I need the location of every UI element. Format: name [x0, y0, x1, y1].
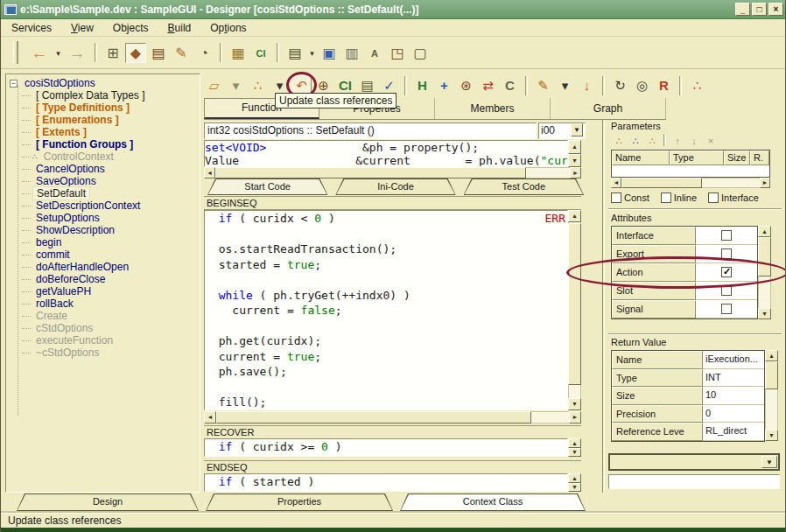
insert-parameter-icon[interactable]: ∴ — [628, 133, 643, 148]
tree-item-saveoptions[interactable]: SaveOptions — [10, 175, 200, 187]
export-code-icon[interactable]: ↓ — [577, 75, 597, 95]
maximize-button[interactable]: □ — [752, 3, 767, 16]
decl-scroll-up-icon[interactable]: ▲ — [568, 140, 581, 154]
param-column-type[interactable]: Type — [670, 150, 724, 165]
tab-design[interactable]: Design — [17, 494, 199, 511]
tree-item-getvalueph[interactable]: getValuePH — [10, 285, 200, 298]
recover-code-editor[interactable]: if ( curidx >= 0 ) — [204, 438, 568, 457]
attributes-vscrollbar[interactable]: ▲ ▼ — [758, 226, 771, 319]
tab-context-class[interactable]: Context Class — [400, 494, 586, 511]
font-icon[interactable]: A — [364, 43, 385, 63]
panel-divider[interactable] — [602, 120, 605, 493]
param-column-name[interactable]: Name — [612, 150, 670, 165]
code-line[interactable]: current = false; — [205, 303, 567, 318]
attributes-vscroll-down-icon[interactable]: ▼ — [758, 308, 771, 319]
refresh-icon[interactable]: ↻ — [610, 75, 630, 95]
import-table-icon[interactable]: ▦ — [228, 43, 249, 63]
tree-expander-icon[interactable]: − — [10, 80, 18, 88]
tab-graph[interactable]: Graph — [551, 98, 666, 119]
recover-scroll-up-icon[interactable]: ▲ — [568, 438, 581, 448]
tab-properties[interactable]: Properties — [206, 494, 393, 511]
tree-item-executefunction[interactable]: executeFunction — [10, 334, 200, 346]
form-window-icon[interactable]: ▢ — [410, 43, 431, 63]
tree-item-showdescription[interactable]: ShowDescription — [10, 224, 200, 236]
edit-code-icon[interactable]: ✎ — [533, 75, 553, 95]
move-up-icon[interactable]: ↑ — [670, 133, 685, 148]
eraser-icon[interactable]: ◆ — [125, 43, 146, 63]
decl-hscroll-thumb[interactable] — [215, 167, 526, 178]
tab-ini-code[interactable]: Ini-Code — [335, 178, 455, 195]
interface-checkbox[interactable] — [721, 230, 732, 241]
table-transfer-icon[interactable]: ⇄ — [478, 75, 498, 95]
tree-item-type-definitions[interactable]: [ Type Definitions ] — [10, 102, 200, 114]
export-checkbox[interactable] — [721, 248, 732, 259]
edit-page-icon[interactable]: ✎ — [171, 43, 192, 63]
instance-combo[interactable]: i00 ▼ — [538, 122, 586, 139]
menu-services[interactable]: Services — [11, 22, 52, 34]
back-icon[interactable]: ← — [27, 43, 52, 63]
code-line[interactable]: ph.get(curidx); — [205, 333, 567, 349]
code-hscroll-left-icon[interactable]: ◄ — [204, 411, 216, 424]
parameters-table[interactable]: NameTypeSizeR. — [611, 150, 770, 178]
code-line[interactable]: if ( curidx >= 0 ) — [205, 439, 567, 455]
tab-start-code[interactable]: Start Code — [207, 178, 327, 195]
forward-icon[interactable]: → — [65, 43, 89, 63]
param-column-size[interactable]: Size — [724, 150, 750, 165]
tree-item-doafterhandleopen[interactable]: doAfterHandleOpen — [10, 261, 200, 273]
function-signature-field[interactable]: int32 cosiStdOptions :: SetDefault () — [204, 122, 537, 139]
interface-checkbox[interactable] — [708, 192, 719, 203]
combo-caret-icon[interactable]: ▼ — [761, 456, 777, 468]
menu-objects[interactable]: Objects — [113, 22, 149, 34]
parameters-hscroll-left-icon[interactable]: ◄ — [611, 178, 621, 188]
return-value-vscrollbar[interactable]: ▲ ▼ — [765, 350, 778, 441]
tree-item-cstdoptions[interactable]: ~cStdOptions — [10, 346, 200, 359]
tree-item-extents[interactable]: [ Extents ] — [10, 126, 200, 138]
code-line[interactable]: ph.save(); — [205, 364, 567, 380]
slot-checkbox[interactable] — [721, 285, 732, 296]
class-instance-icon[interactable]: CI — [250, 43, 271, 63]
return-value-vscroll-down-icon[interactable]: ▼ — [765, 430, 778, 441]
parameters-hscroll-thumb[interactable] — [621, 178, 702, 188]
code-vscroll-up-icon[interactable]: ▲ — [568, 210, 581, 222]
code-vscroll-down-icon[interactable]: ▼ — [568, 398, 581, 410]
parameters-empty-row[interactable] — [612, 165, 769, 177]
titlebar[interactable]: e:\Sample\Sample.dev : SampleGUI - Desig… — [1, 0, 786, 19]
code-line[interactable]: os.startReadTransaction(); — [205, 242, 567, 257]
tree-item-rollback[interactable]: rollBack — [10, 298, 200, 310]
code-line[interactable] — [205, 272, 567, 288]
signal-checkbox[interactable] — [721, 304, 732, 314]
attributes-vscroll-thumb[interactable] — [758, 237, 771, 276]
add-instance-icon[interactable]: + — [434, 75, 454, 95]
code-line[interactable]: Value &current = ph.value("curr — [205, 154, 567, 167]
empty-text-field[interactable] — [608, 474, 780, 489]
open-function-caret[interactable]: ▾ — [226, 75, 246, 95]
param-column-r[interactable]: R. — [750, 150, 769, 165]
menu-options[interactable]: Options — [210, 22, 246, 34]
copy-parameter-icon[interactable]: ∴ — [644, 133, 660, 148]
recover-scroll-down-icon[interactable]: ▼ — [568, 448, 581, 457]
minimize-button[interactable]: _ — [735, 3, 750, 16]
tree-item-cosistdoptions[interactable]: −cosiStdOptions — [10, 77, 200, 89]
add-parameter-icon[interactable]: ∴ — [611, 133, 627, 148]
code-line[interactable]: set<VOID> &ph = property(); — [205, 141, 567, 154]
plotter-icon[interactable]: ▣ — [319, 43, 340, 63]
decl-hscroll-left-icon[interactable]: ◄ — [204, 167, 215, 178]
tree-item-setdescriptioncontext[interactable]: SetDescriptionContext — [10, 200, 200, 212]
declarations-editor[interactable]: set<VOID> &ph = property();Value &curren… — [204, 140, 568, 167]
return-field-value[interactable]: 0 — [703, 405, 764, 424]
tree-item-function-groups[interactable]: [ Function Groups ] — [10, 138, 200, 150]
code-line[interactable] — [205, 318, 567, 334]
edit-code-caret[interactable]: ▾ — [555, 75, 575, 95]
delete-parameter-icon[interactable]: × — [703, 133, 719, 148]
code-line[interactable]: current = true; — [205, 349, 567, 365]
tab-members[interactable]: Members — [435, 98, 551, 119]
parameters-hscroll-right-icon[interactable]: ► — [760, 178, 770, 188]
combo-caret-icon[interactable]: ▼ — [571, 123, 583, 136]
code-line[interactable]: fill(); — [205, 395, 567, 410]
decl-hscroll-right-icon[interactable]: ► — [570, 167, 581, 178]
move-down-icon[interactable]: ↓ — [686, 133, 702, 148]
back-history-caret[interactable]: ▾ — [53, 43, 63, 63]
code-line[interactable]: while ( ph.tryGet(++indx0) ) — [205, 288, 567, 304]
code-line[interactable]: if ( started ) — [205, 474, 567, 490]
return-field-value[interactable]: INT — [703, 369, 764, 388]
